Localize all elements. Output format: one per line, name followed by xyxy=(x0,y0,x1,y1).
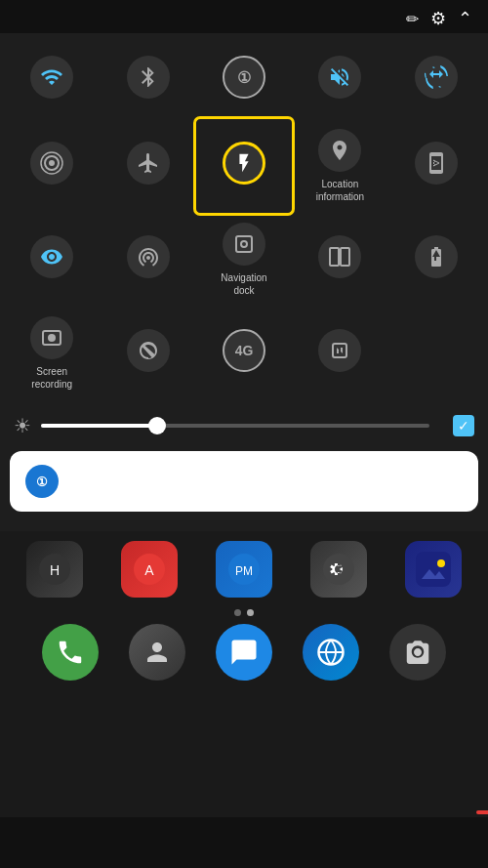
qs-ultrabattery[interactable] xyxy=(388,213,484,307)
page-dots xyxy=(8,609,480,616)
silent-icon xyxy=(318,56,361,99)
qs-torch[interactable] xyxy=(196,119,292,213)
qs-navdock-label: Navigationdock xyxy=(221,271,266,297)
app-appgallery[interactable]: A xyxy=(110,541,188,601)
svg-rect-6 xyxy=(341,248,349,266)
nav-back-button[interactable] xyxy=(61,835,101,850)
chevron-up-icon[interactable]: ⌃ xyxy=(458,8,472,29)
mobiledata-icon: ① xyxy=(223,56,265,99)
brightness-row: ☀ ✓ xyxy=(0,408,488,447)
screenrecording-icon xyxy=(30,316,73,359)
svg-rect-5 xyxy=(330,248,339,266)
qs-mobiledata[interactable]: ① xyxy=(196,41,292,119)
bluetooth-icon xyxy=(127,56,170,99)
quick-settings-panel: ① xyxy=(0,33,488,531)
qs-location-label: Locationinformation xyxy=(316,178,364,203)
app-row-1: H A PM xyxy=(8,541,480,601)
qs-location[interactable]: Locationinformation xyxy=(292,119,387,213)
svg-point-4 xyxy=(241,241,247,247)
qs-wifi[interactable] xyxy=(4,41,100,119)
huawei-apps-icon: H xyxy=(26,541,83,598)
brightness-auto-checkbox[interactable]: ✓ xyxy=(453,415,474,436)
brightness-thumb xyxy=(148,417,166,434)
nav-recents-button[interactable] xyxy=(387,835,427,850)
wifi-icon xyxy=(30,56,73,99)
location-icon xyxy=(318,129,361,172)
4g-icon: 4G xyxy=(223,329,265,372)
app-phone-manager[interactable]: PM xyxy=(205,541,283,601)
edit-icon[interactable]: ✏ xyxy=(406,10,419,28)
qs-eyecomfort[interactable] xyxy=(4,213,100,307)
watermark xyxy=(476,810,488,814)
svg-text:PM: PM xyxy=(235,564,253,578)
qs-multiscreen[interactable] xyxy=(292,213,387,307)
data-plan-icon: ① xyxy=(25,465,59,498)
svg-rect-3 xyxy=(236,236,252,252)
svg-text:H: H xyxy=(50,562,60,578)
nav-home-button[interactable] xyxy=(224,835,264,850)
dock-row xyxy=(8,624,480,681)
hotspot-icon xyxy=(127,235,170,278)
dock-camera[interactable] xyxy=(389,624,446,681)
dock-browser[interactable] xyxy=(303,624,359,681)
dock-messages[interactable] xyxy=(216,624,272,681)
app-settings[interactable] xyxy=(300,541,378,601)
qs-screenrecording-label: Screenrecording xyxy=(31,365,72,391)
autorotate-icon xyxy=(415,56,458,99)
qs-nfc[interactable] xyxy=(292,307,387,400)
navdock-icon xyxy=(223,223,265,266)
dock-phone[interactable] xyxy=(42,624,99,681)
svg-point-16 xyxy=(323,554,354,585)
appgallery-icon: A xyxy=(121,541,178,598)
screenshot-icon xyxy=(415,142,458,185)
phone-manager-icon: PM xyxy=(216,541,272,598)
airplanemode-icon xyxy=(127,142,170,185)
settings-icon[interactable]: ⚙ xyxy=(430,8,446,29)
settings-app-icon xyxy=(310,541,367,598)
nfc-icon xyxy=(318,329,361,372)
qs-donotdisturb[interactable] xyxy=(100,307,195,400)
page-dot-2 xyxy=(247,609,254,616)
quick-settings-grid: ① xyxy=(0,33,488,408)
qs-autorotate[interactable] xyxy=(388,41,484,119)
app-grid: H A PM xyxy=(0,531,488,681)
data-plan-banner[interactable]: ① xyxy=(10,451,478,512)
qs-screenrecording[interactable]: Screenrecording xyxy=(4,307,100,400)
svg-point-0 xyxy=(49,160,55,166)
torch-icon xyxy=(223,142,265,185)
svg-rect-17 xyxy=(416,552,451,587)
qs-huaweishare[interactable] xyxy=(4,119,100,213)
status-bar: ✏ ⚙ ⌃ xyxy=(0,0,488,33)
gallery-icon xyxy=(405,541,462,598)
svg-point-8 xyxy=(48,334,56,342)
ultrabattery-icon xyxy=(415,235,458,278)
multiscreen-icon xyxy=(318,235,361,278)
app-huawei-apps[interactable]: H xyxy=(16,541,94,601)
bottom-nav xyxy=(0,817,488,868)
qs-screenshot[interactable] xyxy=(388,119,484,213)
svg-rect-9 xyxy=(333,344,346,357)
svg-point-18 xyxy=(437,559,445,567)
qs-airplanemode[interactable] xyxy=(100,119,195,213)
page-dot-1 xyxy=(234,609,241,616)
brightness-icon: ☀ xyxy=(14,414,31,437)
svg-text:A: A xyxy=(145,562,155,578)
brightness-fill xyxy=(41,424,157,428)
qs-navdock[interactable]: Navigationdock xyxy=(196,213,292,307)
brightness-slider[interactable] xyxy=(41,424,429,428)
huaweishare-icon xyxy=(30,142,73,185)
donotdisturb-icon xyxy=(127,329,170,372)
eyecomfort-icon xyxy=(30,235,73,278)
app-gallery[interactable] xyxy=(394,541,472,601)
qs-silent[interactable] xyxy=(292,41,387,119)
qs-bluetooth[interactable] xyxy=(100,41,195,119)
dock-contacts[interactable] xyxy=(129,624,185,681)
qs-hotspot[interactable] xyxy=(100,213,195,307)
status-icons: ✏ ⚙ ⌃ xyxy=(406,8,472,29)
qs-4g[interactable]: 4G xyxy=(196,307,292,400)
